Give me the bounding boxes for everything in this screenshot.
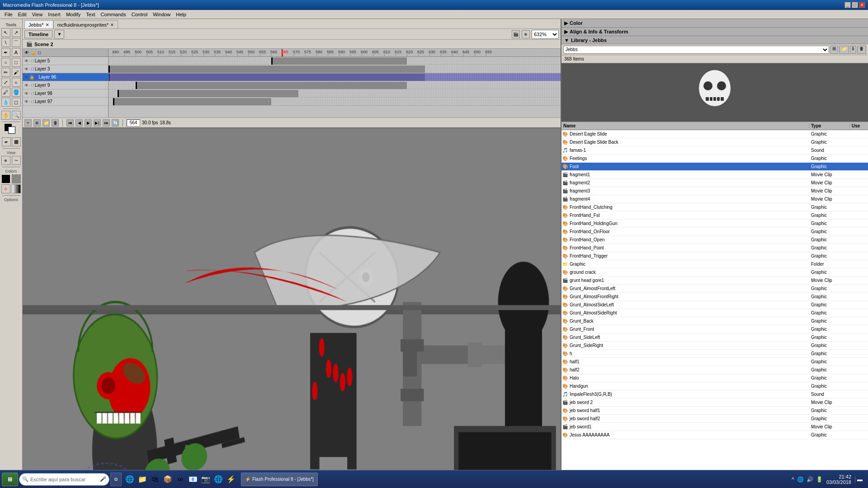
frame-row-9[interactable] <box>108 81 561 89</box>
pen-tool[interactable]: ✒ <box>1 48 10 57</box>
lib-row[interactable]: 🎨 Grunt_Back Graphic <box>561 317 868 325</box>
lib-row[interactable]: 🎨 Desert Eagle Slide Back Graphic <box>561 138 868 146</box>
start-button[interactable]: ⊞ <box>2 473 18 486</box>
snap-btn[interactable]: ⊕ <box>1 156 10 165</box>
lib-row[interactable]: 🎨 Feetings Graphic <box>561 155 868 163</box>
battery-icon[interactable]: 🔋 <box>816 476 823 483</box>
timeline-menu-btn[interactable]: ▼ <box>54 30 64 39</box>
layer-97-lock[interactable]: · <box>29 99 31 104</box>
layer-97-eye[interactable]: 👁 <box>24 99 28 104</box>
lib-row[interactable]: 🎬 fragment2 Movie Clip <box>561 179 868 187</box>
lib-row[interactable]: 🎨 Jesus AAAAAAAAA Graphic <box>561 431 868 439</box>
show-desktop-btn[interactable]: ▬ <box>855 476 863 483</box>
col-use-header[interactable]: Use <box>850 123 868 128</box>
free-transform-tool[interactable]: ⤢ <box>1 78 10 87</box>
zoom-select[interactable]: 632% 400% 200% 100% <box>532 30 559 39</box>
lib-row[interactable]: 🎬 grunt head gore1 Movie Clip <box>561 277 868 285</box>
menu-edit[interactable]: Edit <box>15 11 29 18</box>
app5-icon[interactable]: ∞ <box>175 474 186 485</box>
frames-area[interactable]: 490 495 500 505 510 515 <box>108 49 561 117</box>
stroke-btn[interactable] <box>1 174 10 183</box>
hand-tool[interactable]: ✋ <box>1 111 10 120</box>
menu-window[interactable]: Window <box>150 11 173 18</box>
oval-tool[interactable]: ○ <box>1 58 10 67</box>
delete-layer-btn[interactable]: 🗑 <box>52 119 59 127</box>
taskbar-clock[interactable]: 21:42 03/03/2018 <box>826 474 851 485</box>
edge-icon[interactable]: 🌐 <box>124 474 135 485</box>
lib-row[interactable]: 🎬 fragment3 Movie Clip <box>561 187 868 195</box>
layer-5-outline[interactable]: □ <box>32 59 34 63</box>
align-section-header[interactable]: ▶ Align & Info & Transform <box>561 28 868 36</box>
menu-modify[interactable]: Modify <box>63 11 83 18</box>
layer-96-lock[interactable]: 🔒 <box>29 75 34 80</box>
zoom-tool[interactable]: 🔍 <box>12 111 21 120</box>
lib-row[interactable]: 🎨 FrontHand_OnFloor Graphic <box>561 228 868 236</box>
next-frame-btn[interactable]: ▶| <box>94 119 101 127</box>
play-btn[interactable]: ▶ <box>85 119 92 127</box>
motion-guide-btn[interactable]: ⊛ <box>522 30 530 38</box>
flash-icon[interactable]: ⚡ <box>226 474 236 485</box>
default-colors-btn[interactable]: ⬛ <box>12 137 21 146</box>
volume-icon[interactable]: 🔊 <box>807 476 813 483</box>
lib-row[interactable]: 🎨 FrontHand_Trigger Graphic <box>561 252 868 260</box>
layer-row-97[interactable]: 👁 · □ Layer 97 <box>23 98 108 106</box>
lasso-tool[interactable]: ⌒ <box>12 38 21 47</box>
layer-5-lock[interactable]: · <box>29 59 31 63</box>
lib-row[interactable]: 🎨 Halo Graphic <box>561 374 868 382</box>
taskbar-search-box[interactable]: 🔍 Escribe aquí para buscar 🎤 <box>19 473 109 486</box>
line-tool[interactable]: \ <box>1 38 10 47</box>
lib-row[interactable]: 🎨 FrontHand_Point Graphic <box>561 244 868 252</box>
subselect-tool[interactable]: ↗ <box>12 28 21 37</box>
layer-96-outline[interactable]: □ <box>35 75 38 80</box>
ink-bottle-tool[interactable]: 🖊 <box>1 88 10 97</box>
lib-row[interactable]: 🎬 jeb sword 2 Movie Clip <box>561 399 868 407</box>
brush-tool[interactable]: 🖌 <box>12 68 21 77</box>
lib-properties-btn[interactable]: ℹ <box>850 46 856 54</box>
layer-lock-icon[interactable]: 🔒 <box>31 50 36 55</box>
fill-color-swatch[interactable] <box>8 127 15 134</box>
pencil-tool[interactable]: ✏ <box>1 68 10 77</box>
lib-row[interactable]: 🎵 famas-1 Sound <box>561 146 868 155</box>
layer-3-eye[interactable]: 👁 <box>24 67 28 71</box>
layer-5-eye[interactable]: 👁 <box>24 59 28 63</box>
maximize-button[interactable]: □ <box>852 2 858 8</box>
menu-help[interactable]: Help <box>173 11 189 18</box>
layer-98-outline[interactable]: □ <box>32 91 34 96</box>
lib-row[interactable]: 🎨 half1 Graphic <box>561 358 868 366</box>
frame-row-3[interactable] <box>108 65 561 73</box>
frame-number-input[interactable] <box>127 119 140 127</box>
layer-row-9[interactable]: 👁 · □ Layer 9 <box>23 81 108 89</box>
lib-row[interactable]: 🎨 FrontHand_Open Graphic <box>561 236 868 244</box>
lib-new-folder-btn[interactable]: 📁 <box>839 46 849 54</box>
frame-row-98[interactable] <box>108 89 561 98</box>
chrome-icon[interactable]: 🌐 <box>213 474 224 485</box>
frame-row-96[interactable] <box>108 73 561 81</box>
lib-delete-btn[interactable]: 🗑 <box>857 46 866 54</box>
layer-eye-icon[interactable]: 👁 <box>24 50 29 55</box>
lib-row[interactable]: 🎨 Desert Eagle Slide Graphic <box>561 130 868 138</box>
lib-row[interactable]: 🎨 Handgun Graphic <box>561 382 868 390</box>
lib-row[interactable]: 🎨 half2 Graphic <box>561 366 868 374</box>
folder-icon[interactable]: 📁 <box>137 474 148 485</box>
menu-insert[interactable]: Insert <box>45 11 63 18</box>
lib-row[interactable]: 🎨 Grunt_SideRight Graphic <box>561 342 868 350</box>
layer-row-96[interactable]: 👁 🔒 □ Layer 96 <box>23 73 108 81</box>
animation-canvas[interactable] <box>23 128 561 488</box>
layer-9-outline[interactable]: □ <box>32 83 34 88</box>
lib-row[interactable]: 🎨 Grunt_SideLeft Graphic <box>561 333 868 342</box>
rect-tool[interactable]: □ <box>12 58 21 67</box>
smooth-btn[interactable]: 〜 <box>12 156 21 165</box>
timeline-tab[interactable]: Timeline <box>24 30 52 38</box>
lib-row[interactable]: 🎨 jeb sword half1 Graphic <box>561 407 868 415</box>
layer-3-outline[interactable]: □ <box>32 67 34 71</box>
layer-3-lock[interactable]: · <box>29 67 31 71</box>
color-section-header[interactable]: ▶ Color <box>561 19 868 27</box>
fill-transform-tool[interactable]: ⟐ <box>12 78 21 87</box>
text-tool[interactable]: A <box>12 48 21 57</box>
lib-row[interactable]: 🎨 Grunt_AlmostSideRight Graphic <box>561 309 868 317</box>
lib-new-btn[interactable]: ⊞ <box>830 46 838 54</box>
layer-outline-icon[interactable]: □ <box>38 50 41 55</box>
add-folder-btn[interactable]: 📁 <box>42 119 50 127</box>
eyedropper-tool[interactable]: 💧 <box>1 98 10 107</box>
library-dropdown[interactable]: Jebbs mcfluidiniumprosprites <box>563 46 829 54</box>
